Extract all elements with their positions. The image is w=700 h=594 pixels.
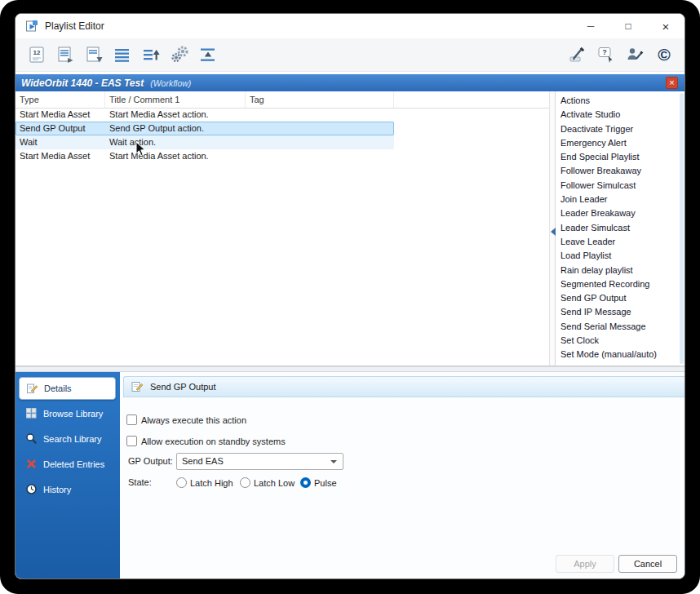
workflow-title: WideOrbit 1440 - EAS Test — [21, 78, 144, 89]
action-item[interactable]: Rain delay playlist — [560, 264, 676, 277]
gp-output-value: Send EAS — [182, 456, 224, 466]
cell-type: Start Media Asset — [16, 149, 105, 163]
collapse-arrow-icon[interactable] — [551, 228, 556, 236]
table-row[interactable]: Start Media Asset Start Media Asset acti… — [16, 108, 394, 122]
cell-tag — [246, 108, 394, 122]
sidebar-item-browse-library[interactable]: Browse Library — [16, 401, 120, 426]
action-item[interactable]: Set Clock — [560, 334, 676, 348]
settings-gears-button[interactable] — [168, 44, 190, 65]
cell-title: Send GP Output action. — [105, 122, 246, 135]
table-row[interactable]: Start Media Asset Start Media Asset acti… — [16, 149, 394, 163]
column-header-spacer — [394, 91, 549, 108]
action-item[interactable]: Emergency Alert — [560, 136, 676, 150]
toolbar-left-group: 12 — [25, 44, 219, 65]
list-move-up-button[interactable] — [140, 44, 162, 65]
cell-title: Start Media Asset action. — [105, 149, 246, 163]
action-item[interactable]: End Special Playlist — [560, 150, 676, 164]
action-item[interactable]: Follower Simulcast — [560, 179, 676, 193]
app-icon[interactable] — [25, 20, 38, 33]
radio-label: Latch Low — [254, 478, 295, 488]
latch-low-radio[interactable] — [240, 477, 250, 488]
sidebar-item-label: Deleted Entries — [43, 459, 104, 469]
deleted-entries-icon — [25, 458, 38, 470]
action-item[interactable]: Deactivate Trigger — [560, 122, 676, 136]
checkbox-option-standby-systems[interactable]: Allow execution on standby systems — [126, 436, 286, 446]
cancel-button[interactable]: Cancel — [618, 555, 677, 573]
action-item[interactable]: Follower Breakaway — [560, 164, 676, 178]
title-bar[interactable]: Playlist Editor ─ □ × — [16, 14, 684, 39]
horizontal-splitter[interactable] — [16, 366, 684, 372]
sidebar-item-details[interactable]: Details — [19, 377, 116, 400]
always-execute-checkbox[interactable] — [126, 414, 137, 425]
minimize-button[interactable]: ─ — [572, 14, 609, 38]
actions-splitter[interactable] — [549, 91, 556, 366]
action-item[interactable]: Load Playlist — [560, 249, 676, 263]
column-header-tag[interactable]: Tag — [246, 91, 394, 108]
maximize-button[interactable]: □ — [609, 14, 647, 38]
gp-output-dropdown[interactable]: Send EAS — [176, 453, 343, 470]
action-item[interactable]: Activate Studio — [560, 108, 676, 122]
history-icon — [25, 483, 38, 495]
playlist-copy-button[interactable] — [54, 44, 76, 65]
toolbar-right-group: ? © — [566, 44, 676, 65]
action-item[interactable]: Send GP Output — [560, 291, 676, 305]
action-item[interactable]: Segmented Recording — [560, 277, 676, 291]
checkbox-label: Always execute this action — [141, 415, 246, 425]
checkbox-label: Allow execution on standby systems — [141, 437, 286, 446]
cell-type: Send GP Output — [16, 122, 105, 135]
bottom-panel: Details Browse Library Search Library De… — [16, 372, 684, 578]
playlist-rows: Start Media Asset Start Media Asset acti… — [16, 108, 394, 163]
radio-label: Pulse — [314, 478, 337, 488]
list-insert-button[interactable] — [197, 44, 219, 65]
playlist-save-button[interactable] — [82, 44, 104, 65]
svg-text:?: ? — [602, 48, 607, 56]
actions-scrollbar[interactable] — [680, 93, 684, 364]
standby-systems-checkbox[interactable] — [126, 436, 137, 446]
playlist-save-icon — [83, 44, 104, 65]
schedule-12-icon: 12 — [26, 44, 47, 65]
details-header: Send GP Output — [123, 376, 684, 397]
action-item[interactable]: Leader Breakaway — [560, 206, 676, 220]
action-item[interactable]: Join Leader — [560, 193, 676, 206]
copyright-icon: © — [653, 44, 676, 65]
action-item[interactable]: Send Serial Message — [560, 320, 676, 334]
list-icon — [112, 44, 133, 65]
latch-high-radio[interactable] — [176, 477, 187, 488]
apply-button[interactable]: Apply — [556, 555, 614, 573]
close-button[interactable]: × — [647, 14, 684, 38]
radio-option-latch-low[interactable]: Latch Low — [240, 477, 295, 488]
sidebar-item-search-library[interactable]: Search Library — [16, 426, 120, 451]
help-button[interactable]: ? — [595, 44, 617, 65]
cell-title: Wait action. — [105, 135, 246, 149]
column-header-title-comment[interactable]: Title / Comment 1 — [105, 91, 246, 108]
browse-library-icon — [25, 407, 38, 419]
action-item[interactable]: Leader Simulcast — [560, 221, 676, 235]
actions-panel-title: Actions — [560, 94, 676, 108]
schedule-12-button[interactable]: 12 — [25, 44, 47, 65]
list-button[interactable] — [111, 44, 133, 65]
sidebar-item-label: History — [43, 485, 71, 494]
action-item[interactable]: Leave Leader — [560, 235, 676, 249]
search-library-icon — [25, 432, 38, 445]
sidebar-item-history[interactable]: History — [16, 477, 120, 502]
copyright-button[interactable]: © — [652, 44, 676, 65]
action-item[interactable]: Set Mode (manual/auto) — [560, 348, 676, 361]
radio-option-pulse[interactable]: Pulse — [300, 477, 337, 488]
action-item[interactable]: Send IP Message — [560, 305, 676, 319]
note-pin-button[interactable] — [566, 44, 588, 65]
workflow-close-button[interactable]: × — [666, 77, 678, 89]
details-icon — [26, 383, 38, 395]
workflow-subtitle: (Workflow) — [150, 78, 191, 88]
cell-tag — [246, 122, 394, 135]
sidebar-item-deleted-entries[interactable]: Deleted Entries — [16, 451, 120, 477]
radio-label: Latch High — [190, 478, 233, 488]
column-header-type[interactable]: Type — [16, 91, 105, 108]
checkbox-option-always-execute[interactable]: Always execute this action — [126, 414, 246, 425]
remote-assist-button[interactable] — [623, 44, 645, 65]
table-row-selected[interactable]: Send GP Output Send GP Output action. — [16, 122, 394, 135]
table-row[interactable]: Wait Wait action. — [16, 135, 394, 149]
toolbar: 12 — [16, 38, 684, 72]
settings-gears-icon — [169, 44, 190, 65]
radio-option-latch-high[interactable]: Latch High — [176, 477, 233, 488]
pulse-radio[interactable] — [300, 477, 311, 488]
